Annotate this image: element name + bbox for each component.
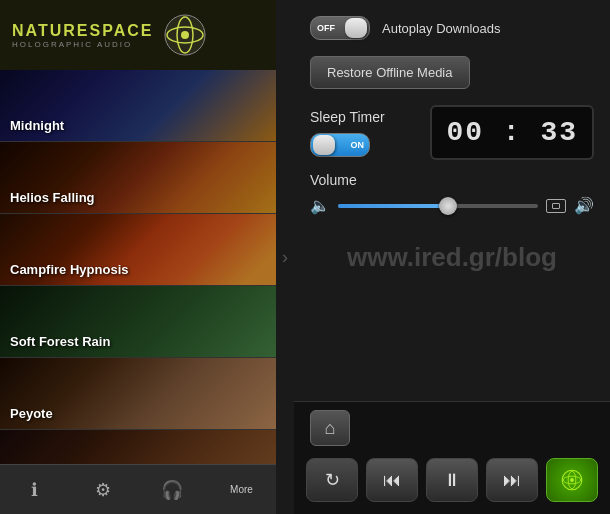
restore-button[interactable]: Restore Offline Media: [310, 56, 470, 89]
svg-point-3: [181, 31, 189, 39]
nav-item-settings[interactable]: ⚙: [69, 465, 138, 514]
volume-controls: 🔈 🔊: [310, 196, 594, 215]
refresh-button[interactable]: ↻: [306, 458, 358, 502]
track-item-campfire[interactable]: Campfire Hypnosis: [0, 214, 276, 286]
track-item-forest[interactable]: Soft Forest Rain: [0, 286, 276, 358]
logo-area: NATURESPACE HOLOGRAPHIC AUDIO: [0, 0, 276, 70]
home-icon: ⌂: [325, 418, 336, 439]
sleep-timer-label: Sleep Timer: [310, 109, 385, 125]
track-label-midnight: Midnight: [10, 118, 64, 133]
home-btn-row: ⌂: [294, 402, 610, 452]
timer-display: 00 : 33: [430, 105, 594, 160]
logo-text: NATURESPACE HOLOGRAPHIC AUDIO: [12, 22, 153, 49]
nav-item-info[interactable]: ℹ: [0, 465, 69, 514]
track-label-forest: Soft Forest Rain: [10, 334, 110, 349]
volume-monitor-icon: [546, 199, 566, 213]
divider: ›: [276, 0, 294, 514]
logo-icon: [163, 13, 207, 57]
nav-item-headphones[interactable]: 🎧: [138, 465, 207, 514]
next-icon: ⏭: [503, 470, 521, 491]
sleep-timer-left: Sleep Timer ON: [310, 109, 385, 157]
info-icon: ℹ: [31, 479, 38, 501]
svg-point-7: [570, 478, 574, 482]
left-panel: NATURESPACE HOLOGRAPHIC AUDIO Midnight H…: [0, 0, 276, 514]
prev-button[interactable]: ⏮: [366, 458, 418, 502]
right-panel: OFF Autoplay Downloads Restore Offline M…: [294, 0, 610, 514]
sleep-toggle-thumb: [313, 135, 335, 155]
headphone-button[interactable]: [546, 458, 598, 502]
headphones-icon: 🎧: [161, 479, 183, 501]
volume-high-icon: 🔊: [574, 196, 594, 215]
autoplay-toggle[interactable]: OFF: [310, 16, 370, 40]
volume-low-icon: 🔈: [310, 196, 330, 215]
arrow-icon: ›: [282, 247, 288, 268]
track-item-helios[interactable]: Helios Falling: [0, 142, 276, 214]
track-item-daybreak[interactable]: Daybreak Songbirds: [0, 430, 276, 464]
pause-icon: ⏸: [443, 470, 461, 491]
sleep-toggle-text: ON: [351, 140, 365, 150]
track-label-peyote: Peyote: [10, 406, 53, 421]
settings-area: OFF Autoplay Downloads Restore Offline M…: [294, 0, 610, 401]
prev-icon: ⏮: [383, 470, 401, 491]
slider-fill: [338, 204, 448, 208]
refresh-icon: ↻: [325, 469, 340, 491]
volume-label: Volume: [310, 172, 594, 188]
home-button[interactable]: ⌂: [310, 410, 350, 446]
sleep-timer-toggle[interactable]: ON: [310, 133, 370, 157]
sleep-timer-row: Sleep Timer ON 00 : 33: [310, 105, 594, 160]
gear-icon: ⚙: [95, 479, 111, 501]
app-subtitle: HOLOGRAPHIC AUDIO: [12, 40, 153, 49]
track-item-midnight[interactable]: Midnight: [0, 70, 276, 142]
autoplay-toggle-text: OFF: [317, 23, 335, 33]
track-item-peyote[interactable]: Peyote: [0, 358, 276, 430]
track-bg-daybreak: [0, 430, 276, 464]
volume-row: Volume 🔈 🔊: [310, 172, 594, 215]
headphone-logo-icon: [558, 468, 586, 492]
bottom-nav: ℹ ⚙ 🎧 More: [0, 464, 276, 514]
slider-track: [338, 204, 538, 208]
volume-slider[interactable]: [338, 197, 538, 215]
volume-monitor-inner: [552, 203, 560, 209]
nav-item-more[interactable]: More: [207, 465, 276, 514]
autoplay-label: Autoplay Downloads: [382, 21, 501, 36]
track-label-campfire: Campfire Hypnosis: [10, 262, 128, 277]
autoplay-row: OFF Autoplay Downloads: [310, 16, 594, 40]
track-list: Midnight Helios Falling Campfire Hypnosi…: [0, 70, 276, 464]
track-label-helios: Helios Falling: [10, 190, 95, 205]
more-label: More: [230, 484, 253, 495]
toggle-thumb: [345, 18, 367, 38]
app-name: NATURESPACE: [12, 22, 153, 40]
pause-button[interactable]: ⏸: [426, 458, 478, 502]
player-controls: ↻ ⏮ ⏸ ⏭: [294, 452, 610, 514]
right-bottom: ⌂ ↻ ⏮ ⏸ ⏭: [294, 401, 610, 514]
slider-thumb[interactable]: [439, 197, 457, 215]
next-button[interactable]: ⏭: [486, 458, 538, 502]
